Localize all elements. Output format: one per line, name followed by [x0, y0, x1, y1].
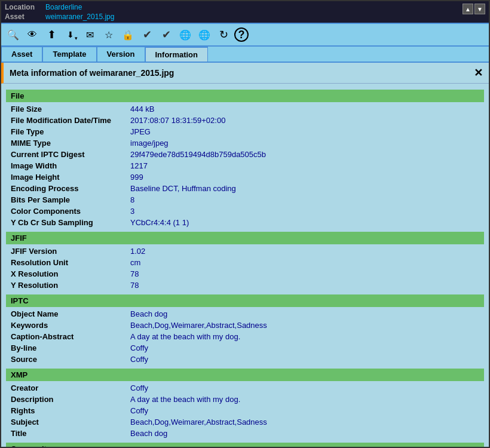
app-window: Location Boarderline Asset weimaraner_20…	[0, 0, 490, 448]
star-icon[interactable]: ☆	[100, 26, 117, 43]
info-label: Bits Per Sample	[11, 195, 130, 204]
info-label: Image Width	[11, 161, 130, 170]
info-row: RightsCoffy	[6, 405, 484, 416]
info-value: YCbCr4:4:4 (1 1)	[130, 218, 189, 227]
info-row: Resolution Unitcm	[6, 257, 484, 268]
info-row: X Resolution78	[6, 268, 484, 280]
location-label: Location	[5, 3, 41, 11]
tab-bar: Asset Template Version Information	[1, 47, 489, 63]
info-label: Rights	[11, 406, 130, 415]
info-label: File Type	[11, 127, 130, 136]
scroll-up-button[interactable]: ▲	[463, 4, 473, 14]
info-row: DescriptionA day at the beach with my do…	[6, 394, 484, 405]
info-value: A day at the beach with my dog.	[130, 332, 240, 341]
info-row: JFIF Version1.02	[6, 246, 484, 257]
info-label: Source	[11, 355, 130, 364]
info-row: CreatorCoffy	[6, 382, 484, 394]
check-down-icon[interactable]: ✔	[158, 26, 174, 43]
info-value: Coffy	[130, 355, 148, 364]
info-row: File TypeJPEG	[6, 126, 484, 137]
main-content: Meta information of weimaraner_2015.jpg …	[1, 63, 489, 447]
info-value: JPEG	[130, 127, 151, 136]
meta-header: Meta information of weimaraner_2015.jpg …	[1, 63, 489, 84]
info-row: File Modification Date/Time2017:08:07 18…	[6, 115, 484, 126]
info-value: 999	[130, 173, 143, 182]
info-label: Current IPTC Digest	[11, 150, 130, 159]
info-value: 78	[130, 269, 139, 278]
scroll-area[interactable]: FileFile Size444 kBFile Modification Dat…	[1, 84, 489, 447]
info-value: Beach dog	[130, 309, 167, 318]
section-header-composite: Composite	[6, 443, 484, 447]
close-button[interactable]: ✕	[474, 66, 483, 79]
info-label: Resolution Unit	[11, 258, 130, 267]
info-label: Title	[11, 429, 130, 438]
info-row: TitleBeach dog	[6, 428, 484, 439]
info-value: 29f479ede78d519494d8b759da505c5b	[130, 150, 266, 159]
info-row: File Size444 kB	[6, 103, 484, 115]
upload-icon[interactable]: ⬆	[43, 26, 60, 43]
info-label: Description	[11, 395, 130, 404]
info-label: By-line	[11, 343, 130, 352]
info-value: Baseline DCT, Huffman coding	[130, 184, 236, 193]
section-header-xmp: XMP	[6, 369, 484, 381]
info-value: cm	[130, 258, 140, 267]
location-row: Location Boarderline	[5, 2, 485, 12]
search-icon[interactable]: 🔍	[5, 26, 22, 43]
refresh-icon[interactable]: ↻	[215, 26, 232, 43]
section-header-file: File	[6, 90, 484, 102]
info-value: 1.02	[130, 247, 145, 256]
info-row: MIME Typeimage/jpeg	[6, 137, 484, 149]
info-label: Subject	[11, 418, 130, 426]
info-row: Color Components3	[6, 205, 484, 217]
info-row: Image Height999	[6, 171, 484, 183]
info-label: File Modification Date/Time	[11, 116, 130, 125]
info-value: Coffy	[130, 406, 148, 415]
globe2-icon[interactable]: 🌐	[196, 26, 213, 43]
info-value: Beach,Dog,Weimarer,Abstract,Sadness	[130, 321, 267, 330]
info-row: SubjectBeach,Dog,Weimarer,Abstract,Sadne…	[6, 416, 484, 428]
info-label: Image Height	[11, 173, 130, 182]
info-row: Image Width1217	[6, 160, 484, 171]
info-label: Keywords	[11, 321, 130, 330]
info-label: Y Cb Cr Sub Sampling	[11, 218, 130, 227]
top-bar: Location Boarderline Asset weimaraner_20…	[1, 1, 489, 23]
email-icon[interactable]: ✉	[81, 26, 98, 43]
info-row: SourceCoffy	[6, 354, 484, 365]
info-row: Encoding ProcessBaseline DCT, Huffman co…	[6, 183, 484, 194]
info-row: Y Resolution78	[6, 280, 484, 291]
section-header-iptc: IPTC	[6, 294, 484, 307]
asset-row: Asset weimaraner_2015.jpg	[5, 12, 485, 22]
info-label: Object Name	[11, 309, 130, 318]
tab-version[interactable]: Version	[97, 47, 145, 62]
toolbar: 🔍 👁 ⬆ ⬇▾ ✉ ☆ 🔒 ✔ ✔ 🌐 🌐 ↻ ?	[1, 23, 489, 47]
globe1-icon[interactable]: 🌐	[177, 26, 194, 43]
info-row: Bits Per Sample8	[6, 194, 484, 205]
info-label: MIME Type	[11, 139, 130, 148]
tab-asset[interactable]: Asset	[1, 47, 42, 62]
asset-value: weimaraner_2015.jpg	[45, 13, 114, 21]
info-value: 2017:08:07 18:31:59+02:00	[130, 116, 225, 125]
info-value: 8	[130, 195, 134, 204]
info-value: 444 kB	[130, 105, 154, 113]
tab-template[interactable]: Template	[42, 47, 96, 62]
info-row: KeywordsBeach,Dog,Weimarer,Abstract,Sadn…	[6, 320, 484, 331]
info-label: Caption-Abstract	[11, 332, 130, 341]
check-up-icon[interactable]: ✔	[139, 26, 155, 43]
info-value: Beach,Dog,Weimarer,Abstract,Sadness	[130, 418, 267, 426]
eye-icon[interactable]: 👁	[24, 26, 41, 43]
info-value: Coffy	[130, 383, 148, 392]
download-icon[interactable]: ⬇▾	[62, 26, 79, 43]
asset-label: Asset	[5, 13, 41, 21]
help-icon[interactable]: ?	[234, 27, 249, 42]
meta-title: Meta information of weimaraner_2015.jpg	[10, 68, 174, 78]
info-label: Color Components	[11, 207, 130, 216]
info-row: Object NameBeach dog	[6, 308, 484, 320]
info-value: 78	[130, 281, 139, 290]
scroll-down-button[interactable]: ▼	[474, 4, 485, 14]
info-value: Coffy	[130, 343, 148, 352]
tab-information[interactable]: Information	[145, 47, 209, 62]
info-row: Y Cb Cr Sub SamplingYCbCr4:4:4 (1 1)	[6, 217, 484, 228]
info-label: Y Resolution	[11, 281, 130, 290]
lock-icon[interactable]: 🔒	[120, 26, 136, 43]
info-label: Creator	[11, 383, 130, 392]
